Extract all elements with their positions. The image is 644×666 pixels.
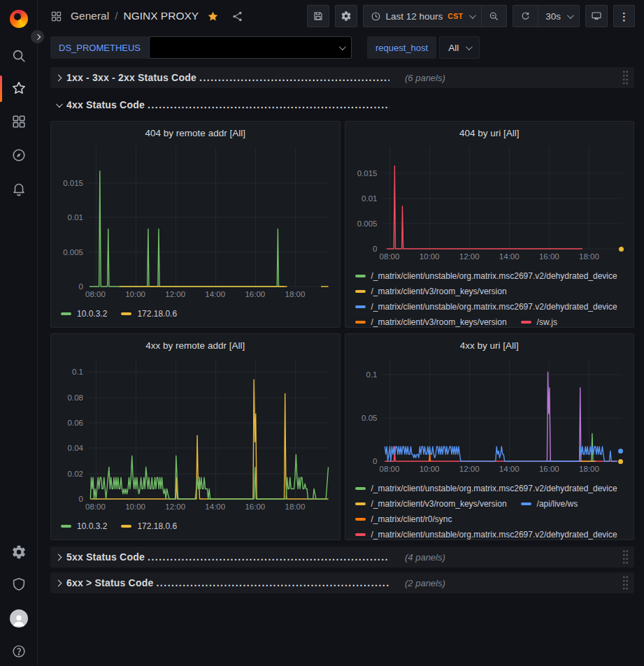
row-drag-handle[interactable] xyxy=(622,575,629,591)
chevron-right-icon xyxy=(55,553,62,560)
time-series-canvas xyxy=(89,147,329,287)
x-axis-tick-label: 10:00 xyxy=(420,465,440,473)
x-axis-tick-label: 10:00 xyxy=(125,502,145,511)
refresh-button[interactable] xyxy=(513,6,538,27)
chevron-right-icon xyxy=(55,579,62,586)
legend-item[interactable]: /api/live/ws xyxy=(521,498,578,509)
legend-item[interactable]: /_matrix/client/unstable/org.matrix.msc2… xyxy=(355,270,617,282)
dashboard-toolbar: General / NGINX PROXY Last 12 hours CST xyxy=(38,0,644,32)
legend-series-label: /_matrix/client/r0/sync xyxy=(371,514,452,524)
sidebar-expand-button[interactable] xyxy=(30,29,45,44)
legend-item[interactable]: 10.0.3.2 xyxy=(61,307,107,319)
timezone-label: CST xyxy=(448,12,463,20)
y-axis-tick-label: 0.08 xyxy=(68,393,83,402)
time-range-picker[interactable]: Last 12 hours CST xyxy=(364,6,482,27)
sidebar-item-settings[interactable] xyxy=(10,544,27,560)
x-axis-tick-label: 16:00 xyxy=(539,252,559,261)
legend-item[interactable]: /_matrix/client/v3/room_keys/version xyxy=(355,285,507,297)
legend-item[interactable]: 172.18.0.6 xyxy=(121,307,177,319)
series-point-marker xyxy=(619,247,624,252)
plot-area[interactable]: 00.0050.010.01508:0010:0012:0014:0016:00… xyxy=(89,147,329,287)
panel-title[interactable]: 4xx by remote addr [All] xyxy=(51,334,340,354)
sidebar-item-explore[interactable] xyxy=(10,147,27,164)
legend-item[interactable]: /sw.js xyxy=(521,316,557,327)
row-header-6xx[interactable]: 6xx > Status Code ......................… xyxy=(50,572,634,593)
x-axis-tick-label: 08:00 xyxy=(380,252,400,261)
sidebar-item-help[interactable] xyxy=(10,643,27,660)
apps-icon xyxy=(50,10,62,22)
chart: 00.0050.010.01508:0010:0012:0014:0016:00… xyxy=(57,141,334,305)
dashboard-settings-button[interactable] xyxy=(335,5,357,27)
more-options-button[interactable]: ⋮ xyxy=(613,5,635,27)
legend: 10.0.3.2172.18.0.6 xyxy=(51,517,340,540)
y-axis-tick-label: 0.05 xyxy=(362,414,377,422)
save-dashboard-button[interactable] xyxy=(307,5,329,27)
plot-area[interactable]: 00.020.040.060.080.108:0010:0012:0014:00… xyxy=(89,359,329,499)
chart: 00.020.040.060.080.108:0010:0012:0014:00… xyxy=(57,354,334,517)
sidebar-item-dashboards[interactable] xyxy=(10,113,27,130)
series-line xyxy=(547,372,581,461)
plot-area[interactable]: 00.050.108:0010:0012:0014:0016:0018:00 xyxy=(383,359,623,461)
legend-item[interactable]: /_matrix/client/r0/sync xyxy=(355,513,452,525)
legend-item[interactable]: /_matrix/client/unstable/org.matrix.msc2… xyxy=(355,528,617,540)
chevron-down-icon xyxy=(567,12,574,19)
favorite-star-icon[interactable] xyxy=(207,10,219,22)
legend-item[interactable]: /_matrix/client/unstable/org.matrix.msc2… xyxy=(355,482,617,494)
legend-series-swatch xyxy=(355,290,366,293)
time-picker-group: Last 12 hours CST xyxy=(363,5,508,27)
row-drag-handle[interactable] xyxy=(622,549,629,565)
profile-avatar[interactable] xyxy=(10,609,28,628)
sidebar-item-search[interactable] xyxy=(10,48,27,64)
breadcrumb-folder[interactable]: General xyxy=(71,10,109,22)
clock-icon xyxy=(371,11,381,22)
legend-item[interactable]: /_matrix/client/unstable/org.matrix.msc2… xyxy=(355,301,617,312)
row-header-4xx[interactable]: 4xx Status Code ........................… xyxy=(50,94,634,115)
legend-series-swatch xyxy=(61,525,71,528)
legend-item[interactable]: /_matrix/client/v3/room_keys/version xyxy=(355,498,507,509)
y-axis-tick-label: 0 xyxy=(79,282,83,291)
time-series-canvas xyxy=(89,359,329,499)
x-axis-tick-label: 16:00 xyxy=(245,502,265,511)
x-axis-tick-label: 08:00 xyxy=(380,465,400,473)
x-axis-tick-label: 16:00 xyxy=(245,290,265,298)
sidebar-item-security[interactable] xyxy=(10,576,27,593)
variable-value-ds-prometheus[interactable] xyxy=(149,36,352,59)
zoom-out-button[interactable] xyxy=(482,6,506,27)
sidebar-item-alerting[interactable] xyxy=(10,180,27,197)
plot-area[interactable]: 00.0050.010.01508:0010:0012:0014:0016:00… xyxy=(383,147,623,249)
star-icon xyxy=(11,80,27,96)
breadcrumb-dashboard[interactable]: NGINX PROXY xyxy=(123,10,199,22)
panel-title[interactable]: 404 by remote addr [All] xyxy=(51,122,340,141)
x-axis-tick-label: 14:00 xyxy=(499,465,520,473)
legend-item[interactable]: 172.18.0.6 xyxy=(121,520,177,532)
row-header-1xx-3xx-2xx[interactable]: 1xx - 3xx - 2xx Status Code ............… xyxy=(50,67,634,88)
share-icon[interactable] xyxy=(231,10,243,22)
legend-item[interactable]: 10.0.3.2 xyxy=(61,520,107,532)
chart: 00.0050.010.01508:0010:0012:0014:0016:00… xyxy=(351,141,629,267)
legend-series-label: /_matrix/client/unstable/org.matrix.msc2… xyxy=(371,484,617,493)
row-header-5xx[interactable]: 5xx Status Code ........................… xyxy=(50,546,634,567)
x-axis-tick-label: 10:00 xyxy=(125,290,145,298)
panel-404-by-uri: 404 by uri [All] 00.0050.010.01508:0010:… xyxy=(345,121,635,328)
row-drag-handle[interactable] xyxy=(622,70,629,85)
row-panel-count: (4 panels) xyxy=(405,552,617,563)
row-title: 5xx Status Code ........................… xyxy=(66,551,389,563)
refresh-interval-picker[interactable]: 30s xyxy=(538,6,579,27)
y-axis-tick-label: 0.01 xyxy=(362,194,377,203)
dashboard-body: 1xx - 3xx - 2xx Status Code ............… xyxy=(38,64,644,593)
x-axis-tick-label: 18:00 xyxy=(285,502,306,511)
panel-title[interactable]: 4xx by uri [All] xyxy=(345,334,634,354)
legend-series-swatch xyxy=(355,275,366,277)
sidebar-item-starred[interactable] xyxy=(10,80,27,96)
breadcrumb-separator: / xyxy=(115,10,117,22)
person-icon xyxy=(11,612,27,628)
panel-title[interactable]: 404 by uri [All] xyxy=(345,122,634,141)
refresh-group: 30s xyxy=(513,5,580,27)
series-line xyxy=(387,166,582,249)
tv-mode-button[interactable] xyxy=(585,5,608,27)
legend-series-label: 10.0.3.2 xyxy=(77,309,107,319)
row-panel-count: (2 panels) xyxy=(405,578,617,588)
legend-item[interactable]: /_matrix/client/v3/room_keys/version xyxy=(355,316,507,327)
variable-value-request-host[interactable]: All xyxy=(439,36,480,59)
grafana-logo[interactable] xyxy=(10,10,28,28)
